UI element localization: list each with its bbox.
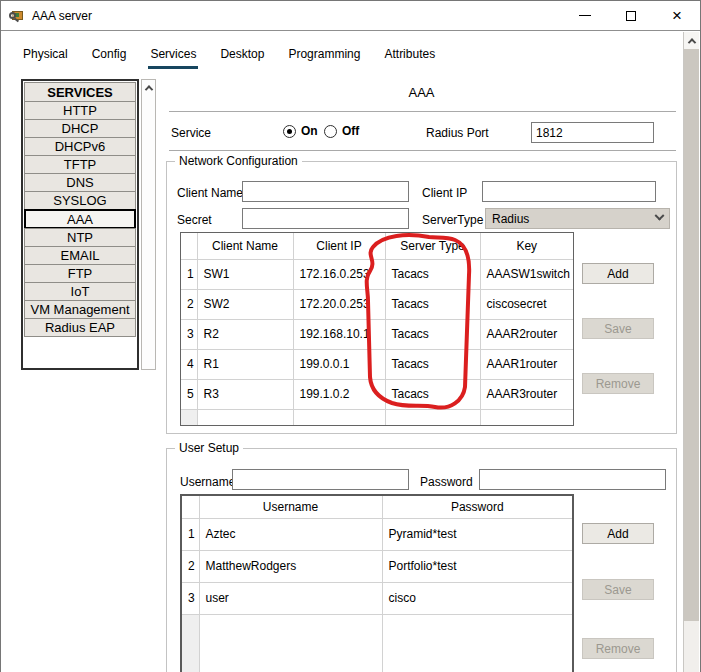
cell-client-name: SW1 — [197, 259, 293, 289]
cell-server-type: Tacacs — [385, 349, 480, 379]
chevron-up-icon — [687, 38, 695, 46]
sidebar-scrollbar[interactable] — [141, 79, 156, 370]
table-row[interactable]: 5 R3 199.1.0.2 Tacacs AAAR3router — [181, 379, 573, 409]
sidebar-item-dhcp[interactable]: DHCP — [24, 119, 136, 138]
service-row: Service On Off Radius Port — [171, 123, 676, 145]
page-title: AAA — [166, 85, 677, 100]
sidebar-item-syslog[interactable]: SYSLOG — [24, 191, 136, 210]
tab-physical[interactable]: Physical — [21, 45, 70, 69]
close-button[interactable]: × — [654, 1, 700, 30]
minimize-icon — [579, 15, 591, 16]
service-label: Service — [171, 126, 211, 140]
cell-key: AAAR1router — [480, 349, 573, 379]
secret-input[interactable] — [242, 208, 409, 229]
sidebar-item-radius-eap[interactable]: Radius EAP — [24, 318, 136, 337]
col-key: Key — [480, 233, 573, 259]
row-number: 3 — [182, 582, 199, 614]
row-number: 1 — [181, 259, 197, 289]
sidebar-item-iot[interactable]: IoT — [24, 282, 136, 301]
table-row[interactable]: 3 user cisco — [182, 582, 572, 614]
sidebar-item-ntp[interactable]: NTP — [24, 228, 136, 247]
cell-key: ciscosecret — [480, 289, 573, 319]
vertical-scrollbar[interactable] — [683, 32, 699, 672]
row-number: 1 — [182, 518, 199, 550]
tab-config[interactable]: Config — [90, 45, 129, 69]
tab-programming[interactable]: Programming — [286, 45, 362, 69]
sidebar-item-tftp[interactable]: TFTP — [24, 155, 136, 174]
password-input[interactable] — [479, 469, 666, 490]
password-label: Password — [420, 475, 473, 489]
client-name-input[interactable] — [242, 181, 409, 202]
sidebar-item-ftp[interactable]: FTP — [24, 264, 136, 283]
tab-bar: Physical Config Services Desktop Program… — [21, 45, 457, 69]
cell-client-ip: 192.168.10.1 — [293, 319, 385, 349]
username-input[interactable] — [232, 469, 409, 490]
client-ip-input[interactable] — [482, 181, 656, 202]
scrollbar-thumb[interactable] — [684, 49, 699, 621]
packet-tracer-device-icon — [9, 9, 24, 23]
tab-desktop[interactable]: Desktop — [218, 45, 266, 69]
users-table: Username Password 1 Aztec Pyramid*test 2… — [180, 494, 574, 672]
service-on-radio[interactable]: On — [283, 124, 318, 138]
cell-key: AAAR3router — [480, 379, 573, 409]
server-type-dropdown[interactable]: Radius — [485, 208, 670, 229]
row-number: 3 — [181, 319, 197, 349]
network-remove-button[interactable]: Remove — [582, 373, 654, 394]
user-add-button[interactable]: Add — [582, 523, 654, 544]
radius-port-input[interactable] — [531, 122, 654, 143]
sidebar-item-aaa[interactable]: AAA — [24, 209, 136, 229]
service-on-label: On — [301, 124, 318, 138]
clients-table: Client Name Client IP Server Type Key 1 … — [180, 232, 574, 426]
table-row[interactable]: 1 SW1 172.16.0.253 Tacacs AAASW1switch — [181, 259, 573, 289]
cell-client-ip: 199.1.0.2 — [293, 379, 385, 409]
col-client-ip: Client IP — [293, 233, 385, 259]
username-label: Username — [180, 475, 235, 489]
sidebar-item-dhcpv6[interactable]: DHCPv6 — [24, 137, 136, 156]
service-off-radio[interactable]: Off — [324, 124, 359, 138]
cell-client-ip: 199.0.0.1 — [293, 349, 385, 379]
row-number: 2 — [182, 550, 199, 582]
user-remove-button[interactable]: Remove — [582, 638, 654, 659]
minimize-button[interactable] — [562, 1, 608, 30]
col-client-name: Client Name — [197, 233, 293, 259]
sidebar-item-http[interactable]: HTTP — [24, 101, 136, 120]
network-add-button[interactable]: Add — [582, 263, 654, 284]
cell-password: Pyramid*test — [382, 518, 572, 550]
table-row[interactable]: 4 R1 199.0.0.1 Tacacs AAAR1router — [181, 349, 573, 379]
cell-server-type: Tacacs — [385, 289, 480, 319]
row-number: 5 — [181, 379, 197, 409]
close-icon: × — [672, 11, 682, 21]
col-password: Password — [382, 496, 572, 518]
cell-client-name: R1 — [197, 349, 293, 379]
maximize-icon — [626, 11, 636, 21]
empty-row — [181, 409, 573, 425]
cell-password: cisco — [382, 582, 572, 614]
sidebar-item-email[interactable]: EMAIL — [24, 246, 136, 265]
network-save-button[interactable]: Save — [582, 318, 654, 339]
scroll-up-button[interactable] — [684, 32, 699, 49]
cell-key: AAAR2router — [480, 319, 573, 349]
chevron-up-icon — [144, 85, 152, 93]
tab-services[interactable]: Services — [148, 45, 198, 69]
cell-username: user — [199, 582, 382, 614]
sidebar-scroll-up-button[interactable] — [142, 80, 155, 95]
sidebar-item-dns[interactable]: DNS — [24, 173, 136, 192]
empty-row — [182, 614, 572, 672]
table-row[interactable]: 2 SW2 172.20.0.253 Tacacs ciscosecret — [181, 289, 573, 319]
row-number: 4 — [181, 349, 197, 379]
sidebar-item-vm-management[interactable]: VM Management — [24, 300, 136, 319]
cell-server-type: Tacacs — [385, 319, 480, 349]
maximize-button[interactable] — [608, 1, 654, 30]
user-setup-group: User Setup Username Password Username Pa… — [166, 448, 677, 672]
radio-off-icon — [324, 125, 337, 138]
table-row[interactable]: 1 Aztec Pyramid*test — [182, 518, 572, 550]
corner-header — [182, 496, 199, 518]
server-type-value: Radius — [492, 212, 529, 226]
user-save-button[interactable]: Save — [582, 579, 654, 600]
tab-attributes[interactable]: Attributes — [382, 45, 437, 69]
cell-client-name: R2 — [197, 319, 293, 349]
table-row[interactable]: 2 MatthewRodgers Portfolio*test — [182, 550, 572, 582]
table-row[interactable]: 3 R2 192.168.10.1 Tacacs AAAR2router — [181, 319, 573, 349]
user-setup-title: User Setup — [175, 441, 243, 455]
row-number: 2 — [181, 289, 197, 319]
